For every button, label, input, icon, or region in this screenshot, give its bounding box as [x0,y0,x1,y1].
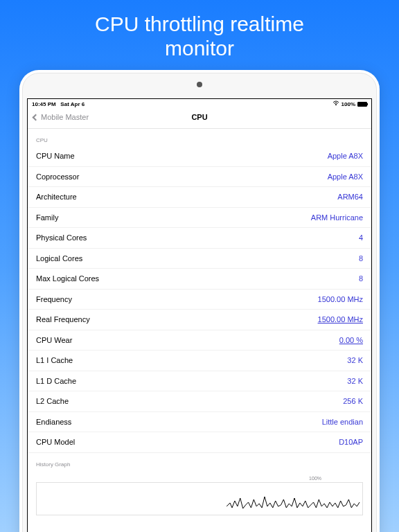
row-label: CPU Name [36,152,75,160]
wifi-icon [332,100,339,107]
row-value: ARM Hurricane [311,213,363,222]
cpu-row: L1 I Cache32 K [28,351,371,371]
tablet-bezel: 10:45 PM Sat Apr 6 100% Mobile Master [22,73,377,532]
row-value[interactable]: 0.00 % [339,336,363,344]
cpu-row: CoprocessorApple A8X [28,167,371,188]
row-value: Little endian [322,418,363,426]
promo-line1: CPU throttling realtime [95,12,304,35]
row-value: Apple A8X [328,172,363,181]
status-right: 100% [332,100,367,107]
row-value: 4 [359,233,363,242]
back-button[interactable]: Mobile Master [33,113,89,121]
promo-title: CPU throttling realtime monitor [0,0,399,70]
row-value: 32 K [347,356,363,364]
section-header-graph: History Graph [28,453,371,470]
row-value: 32 K [347,377,363,385]
row-label: Endianess [36,418,71,426]
battery-percent: 100% [342,101,355,107]
cpu-row: Real Frequency1500.00 MHz [28,310,371,330]
row-value: 8 [359,254,363,263]
section-header-cpu: CPU [28,129,371,146]
row-label: CPU Wear [36,336,72,344]
row-label: Frequency [36,295,72,303]
row-value: 1500.00 MHz [318,295,363,303]
row-label: Family [36,213,58,222]
cpu-row: L2 Cache256 K [28,391,371,412]
cpu-row: FamilyARM Hurricane [28,208,371,229]
row-label: Coprocessor [36,172,79,181]
cpu-row: L1 D Cache32 K [28,371,371,392]
row-label: Physical Cores [36,233,87,242]
history-graph [36,482,363,515]
svg-point-0 [335,105,337,106]
row-label: L1 D Cache [36,377,76,385]
row-value: Apple A8X [328,152,363,160]
tablet-frame: 10:45 PM Sat Apr 6 100% Mobile Master [19,70,380,532]
nav-bar: Mobile Master CPU [28,109,371,129]
status-bar: 10:45 PM Sat Apr 6 100% [28,99,371,109]
status-date: Sat Apr 6 [60,101,85,107]
back-label: Mobile Master [41,113,89,121]
row-label: Max Logical Cores [36,274,99,283]
row-value: D10AP [339,438,363,446]
promo-line2: monitor [165,37,234,60]
cpu-row: CPU NameApple A8X [28,146,371,167]
row-value: 256 K [343,397,363,405]
status-time: 10:45 PM [32,101,56,107]
graph-line-icon [37,493,362,513]
row-label: Real Frequency [36,315,90,323]
cpu-row: EndianessLittle endian [28,412,371,433]
row-label: L1 I Cache [36,356,73,364]
cpu-row: Logical Cores8 [28,249,371,269]
row-value: ARM64 [337,193,363,201]
cpu-row: ArchitectureARM64 [28,187,371,208]
battery-icon [357,102,367,107]
cpu-row: Physical Cores4 [28,228,371,249]
cpu-row: CPU ModelD10AP [28,432,371,453]
chevron-left-icon [33,114,39,121]
row-label: Logical Cores [36,254,82,263]
row-value[interactable]: 1500.00 MHz [318,315,363,323]
cpu-info-list: CPU NameApple A8XCoprocessorApple A8XArc… [28,146,371,453]
history-graph-area: 100% [28,470,371,515]
row-label: L2 Cache [36,397,69,405]
graph-max-label: 100% [36,476,363,481]
screen: 10:45 PM Sat Apr 6 100% Mobile Master [27,98,372,532]
row-label: CPU Model [36,438,75,446]
row-label: Architecture [36,193,77,201]
cpu-row: Frequency1500.00 MHz [28,290,371,310]
status-left: 10:45 PM Sat Apr 6 [32,101,85,107]
cpu-row: CPU Wear0.00 % [28,330,371,351]
cpu-row: Max Logical Cores8 [28,269,371,290]
row-value: 8 [359,274,363,283]
front-camera [197,82,202,87]
